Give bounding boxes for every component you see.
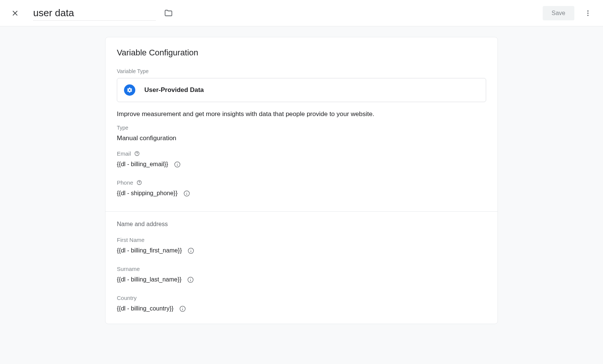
info-icon[interactable] bbox=[179, 305, 186, 312]
variable-configuration-card: Variable Configuration Variable Type Use… bbox=[105, 37, 498, 324]
country-field-block: Country {{dl - billing_country}} bbox=[117, 295, 486, 312]
help-icon[interactable] bbox=[136, 180, 142, 186]
divider bbox=[106, 211, 497, 212]
email-label: Email bbox=[117, 150, 131, 157]
svg-point-3 bbox=[587, 12, 588, 14]
svg-point-2 bbox=[587, 10, 588, 11]
first-name-label: First Name bbox=[117, 237, 144, 243]
svg-point-23 bbox=[182, 307, 183, 307]
variable-type-label: Variable Type bbox=[117, 68, 486, 74]
variable-type-value: User-Provided Data bbox=[144, 86, 204, 94]
help-icon[interactable] bbox=[134, 151, 140, 157]
phone-label: Phone bbox=[117, 179, 133, 186]
type-value: Manual configuration bbox=[117, 135, 486, 142]
name-address-header: Name and address bbox=[117, 221, 486, 228]
svg-point-14 bbox=[186, 192, 187, 192]
svg-point-20 bbox=[190, 278, 191, 278]
svg-point-6 bbox=[137, 154, 137, 155]
svg-point-17 bbox=[191, 249, 191, 249]
country-label: Country bbox=[117, 295, 137, 301]
more-menu-button[interactable] bbox=[580, 6, 595, 21]
surname-label: Surname bbox=[117, 266, 140, 272]
phone-field-block: Phone {{dl - shipping_phone}} bbox=[117, 179, 486, 197]
phone-value: {{dl - shipping_phone}} bbox=[117, 190, 178, 197]
surname-value: {{dl - billing_last_name}} bbox=[117, 276, 182, 283]
svg-point-4 bbox=[587, 15, 588, 16]
card-title: Variable Configuration bbox=[117, 48, 486, 58]
type-label: Type bbox=[117, 125, 486, 131]
folder-button[interactable] bbox=[163, 8, 174, 18]
gear-badge-icon bbox=[124, 84, 135, 96]
variable-type-selector[interactable]: User-Provided Data bbox=[117, 78, 486, 102]
variable-name-input[interactable] bbox=[33, 6, 156, 21]
svg-point-11 bbox=[139, 184, 139, 184]
country-value: {{dl - billing_country}} bbox=[117, 305, 173, 312]
folder-icon bbox=[164, 9, 173, 18]
surname-field-block: Surname {{dl - billing_last_name}} bbox=[117, 266, 486, 283]
variable-description: Improve measurement and get more insight… bbox=[117, 110, 486, 118]
content-area: Variable Configuration Variable Type Use… bbox=[0, 26, 603, 324]
first-name-field-block: First Name {{dl - billing_first_name}} bbox=[117, 237, 486, 254]
info-icon[interactable] bbox=[187, 276, 194, 283]
info-icon[interactable] bbox=[173, 161, 181, 168]
info-icon[interactable] bbox=[183, 190, 190, 197]
close-icon bbox=[11, 9, 19, 17]
first-name-value: {{dl - billing_first_name}} bbox=[117, 247, 182, 254]
type-section: Type Manual configuration bbox=[117, 125, 486, 142]
gear-icon bbox=[127, 87, 133, 93]
svg-point-9 bbox=[177, 163, 177, 163]
email-field-block: Email {{dl - billing_email}} bbox=[117, 150, 486, 168]
header: Save bbox=[0, 0, 603, 26]
save-button[interactable]: Save bbox=[543, 6, 574, 20]
close-button[interactable] bbox=[11, 9, 20, 18]
more-vert-icon bbox=[584, 9, 592, 17]
email-value: {{dl - billing_email}} bbox=[117, 161, 168, 168]
info-icon[interactable] bbox=[187, 247, 195, 254]
